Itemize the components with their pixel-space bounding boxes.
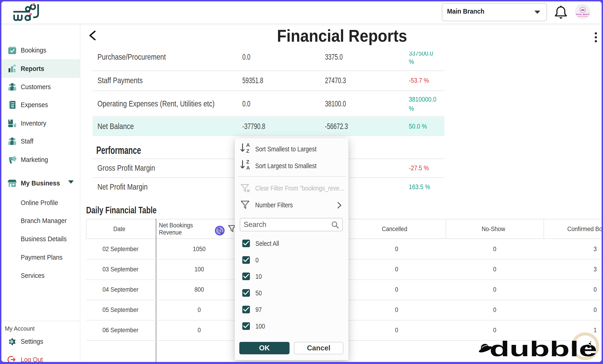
svg-text:Z: Z — [246, 159, 249, 165]
svg-text:Look Good, Feel Good: Look Good, Feel Good — [578, 16, 588, 17]
svg-text:Z: Z — [246, 148, 249, 154]
svg-text:A: A — [246, 142, 250, 148]
svg-text:$: $ — [12, 105, 13, 108]
svg-text:REVEAL BEAUTY: REVEAL BEAUTY — [575, 13, 590, 15]
svg-text:A: A — [246, 165, 250, 170]
